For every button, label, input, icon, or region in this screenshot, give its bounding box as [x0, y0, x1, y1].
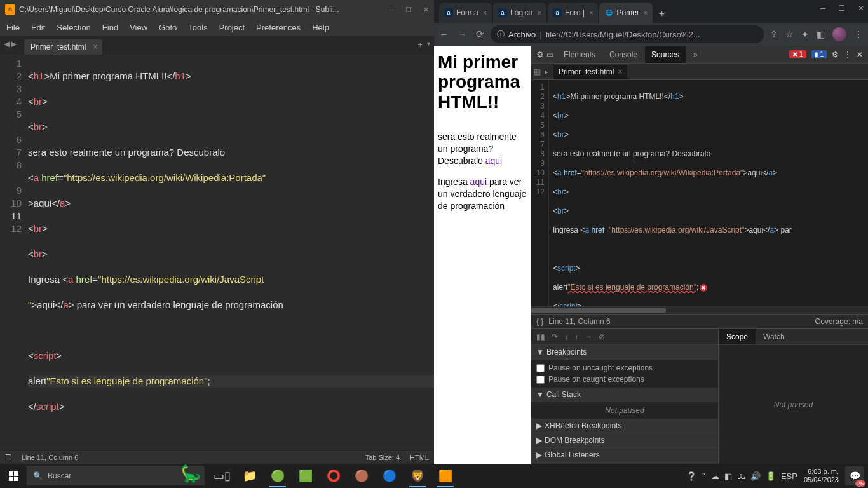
opera-icon[interactable]: ⭕ — [322, 464, 346, 488]
clock[interactable]: 6:03 p. m. 05/04/2023 — [804, 468, 839, 484]
error-marker-icon[interactable]: ✖ — [700, 284, 707, 292]
editor-tab[interactable]: Primer_test.html× — [24, 39, 102, 55]
globals-section[interactable]: ▶ Global Listeners — [531, 448, 718, 463]
deactivate-bp-icon[interactable]: ⊘ — [599, 332, 605, 341]
devtools-close-icon[interactable]: ✕ — [857, 50, 863, 59]
src-close-icon[interactable]: × — [618, 67, 622, 76]
sublime-icon[interactable]: 🟧 — [433, 464, 458, 488]
step-into-icon[interactable]: ↓ — [564, 332, 568, 341]
snippets-icon[interactable]: ▸ — [545, 67, 548, 76]
tab-dropdown-icon[interactable]: ▼ — [426, 41, 431, 47]
site-info-icon[interactable]: ⓘ — [497, 29, 505, 40]
tab-close-icon[interactable]: × — [93, 43, 97, 51]
menu-goto[interactable]: Goto — [159, 23, 177, 32]
code-content[interactable]: <h1>Mi primer programa HTML!!</h1> <br> … — [28, 55, 434, 450]
link-aqui-1[interactable]: aqui — [485, 156, 502, 166]
action-center[interactable]: 💬25 — [845, 466, 864, 485]
devtools-tab-sources[interactable]: Sources — [645, 46, 686, 63]
brave-icon[interactable]: 🦁 — [405, 464, 430, 488]
close-icon[interactable]: ✕ — [423, 6, 429, 14]
network-icon[interactable]: 🖧 — [737, 471, 745, 481]
status-language[interactable]: HTML — [410, 454, 429, 461]
settings-icon[interactable]: ⚙ — [832, 50, 839, 59]
chrome-icon[interactable]: 🟢 — [266, 464, 290, 488]
minimize-icon[interactable]: ─ — [389, 6, 394, 14]
nav-fwd-icon[interactable]: ▶ — [11, 39, 17, 48]
maximize-icon[interactable]: ☐ — [405, 6, 412, 14]
explorer-icon[interactable]: 📁 — [238, 464, 262, 488]
chrome-maximize-icon[interactable]: ☐ — [838, 4, 845, 13]
navigator-icon[interactable]: ▦ — [534, 67, 541, 76]
link-aqui-2[interactable]: aqui — [470, 177, 487, 187]
step-out-icon[interactable]: ↑ — [574, 332, 578, 341]
start-button[interactable] — [0, 464, 27, 488]
nav-back-icon[interactable]: ◀ — [4, 39, 10, 48]
tray-up-icon[interactable]: ˄ — [702, 471, 706, 481]
status-sidebar-icon[interactable]: ☰ — [5, 453, 11, 461]
tab-close-icon[interactable]: × — [644, 9, 648, 17]
menu-file[interactable]: File — [6, 23, 20, 32]
step-icon[interactable]: → — [585, 332, 592, 341]
pause-uncaught-checkbox[interactable]: Pause on uncaught exceptions — [536, 362, 713, 374]
inspect-icon[interactable]: ⯐ — [536, 50, 544, 59]
pause-caught-checkbox[interactable]: Pause on caught exceptions — [536, 374, 713, 385]
back-icon[interactable]: ← — [439, 29, 449, 40]
task-view-icon[interactable]: ▭▯ — [210, 464, 234, 488]
horizontal-scrollbar[interactable] — [531, 306, 868, 314]
browser-tab-3[interactable]: aForo |× — [548, 3, 599, 23]
browser-tab-2[interactable]: aLógica× — [493, 3, 546, 23]
volume-icon[interactable]: 🔊 — [750, 471, 761, 481]
forward-icon[interactable]: → — [458, 29, 467, 40]
tab-close-icon[interactable]: × — [483, 9, 487, 17]
dom-bp-section[interactable]: ▶ DOM Breakpoints — [531, 433, 718, 448]
menu-project[interactable]: Project — [219, 23, 245, 32]
status-tabsize[interactable]: Tab Size: 4 — [365, 454, 400, 461]
sublime-titlebar[interactable]: S C:\Users\Miguel\Desktop\Curso Oracle A… — [0, 0, 434, 19]
code-editor[interactable]: 123456789101112 <h1>Mi primer programa H… — [0, 55, 434, 450]
chrome-close-icon[interactable]: ✕ — [858, 4, 864, 13]
error-badge[interactable]: ✖ 1 — [789, 50, 806, 58]
tray-app-icon[interactable]: ◧ — [724, 471, 732, 481]
step-over-icon[interactable]: ↷ — [552, 332, 558, 341]
extensions-icon[interactable]: ✦ — [801, 29, 809, 39]
app-green-icon[interactable]: 🟩 — [294, 464, 318, 488]
bookmark-icon[interactable]: ☆ — [785, 29, 794, 39]
profile-avatar[interactable] — [832, 27, 846, 41]
menu-view[interactable]: View — [130, 23, 147, 32]
address-bar[interactable]: ⓘ Archivo | file:///C:/Users/Miguel/Desk… — [491, 25, 764, 43]
devtools-tab-more[interactable]: » — [687, 46, 704, 63]
devtools-code-content[interactable]: <h1>Mi primer programa HTML!!</h1> <br> … — [549, 80, 868, 306]
minimap[interactable] — [390, 55, 434, 450]
devtools-code[interactable]: 123456789101112 <h1>Mi primer programa H… — [531, 80, 868, 306]
pause-icon[interactable]: ▮▮ — [536, 332, 545, 341]
message-badge[interactable]: ▮ 1 — [811, 50, 827, 58]
tab-close-icon[interactable]: × — [589, 9, 593, 17]
breakpoints-section[interactable]: ▼ Breakpoints — [531, 345, 718, 360]
menu-edit[interactable]: Edit — [31, 23, 45, 32]
menu-icon[interactable]: ⋮ — [854, 29, 863, 39]
watch-tab[interactable]: Watch — [756, 329, 792, 344]
source-file-tab[interactable]: Primer_test.html× — [553, 65, 627, 79]
menu-help[interactable]: Help — [312, 23, 329, 32]
scope-tab[interactable]: Scope — [719, 329, 756, 344]
taskbar-search[interactable]: 🔍 Buscar 🦕 — [27, 466, 205, 485]
devtools-menu-icon[interactable]: ⋮ — [844, 50, 851, 59]
devtools-tab-console[interactable]: Console — [603, 46, 644, 63]
callstack-section[interactable]: ▼ Call Stack — [531, 388, 718, 402]
menu-preferences[interactable]: Preferences — [256, 23, 301, 32]
new-tab-icon[interactable]: + — [654, 3, 670, 23]
menu-tools[interactable]: Tools — [188, 23, 207, 32]
browser-tab-1[interactable]: aForma× — [439, 3, 492, 23]
app-brown-icon[interactable]: 🟤 — [349, 464, 374, 488]
battery-icon[interactable]: 🔋 — [766, 471, 776, 481]
device-icon[interactable]: ▭ — [546, 50, 553, 59]
format-icon[interactable]: { } — [536, 317, 543, 326]
menu-find[interactable]: Find — [102, 23, 118, 32]
reload-icon[interactable]: ⟳ — [476, 29, 484, 40]
game-icon[interactable]: 🔵 — [377, 464, 402, 488]
xhr-section[interactable]: ▶ XHR/fetch Breakpoints — [531, 419, 718, 433]
browser-tab-4[interactable]: 🌐Primer× — [599, 3, 653, 23]
new-tab-icon[interactable]: + — [417, 40, 423, 50]
share-icon[interactable]: ⇪ — [770, 29, 778, 39]
language-indicator[interactable]: ESP — [781, 471, 797, 481]
